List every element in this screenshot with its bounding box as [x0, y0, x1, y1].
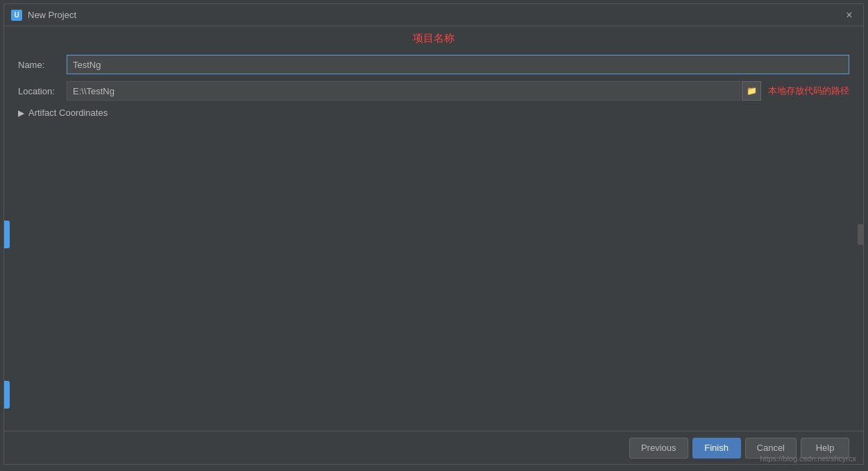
bottom-bar: Previous Finish Cancel Help https://blog…: [4, 431, 863, 464]
location-input-wrapper: 📁 本地存放代码的路径: [67, 81, 849, 101]
content-area: Name: Location: 📁 本地存放代码的路径 ▶ Artifact C…: [4, 48, 863, 431]
annotation-project-name: 项目名称: [4, 26, 863, 48]
left-edge-handle: [4, 221, 10, 248]
close-button[interactable]: ×: [842, 8, 856, 22]
name-row: Name:: [18, 55, 849, 74]
location-row: Location: 📁 本地存放代码的路径: [18, 81, 849, 101]
name-input[interactable]: [67, 55, 849, 74]
previous-button[interactable]: Previous: [629, 438, 688, 459]
dialog-title: New Project: [28, 10, 842, 20]
annotation-location: 本地存放代码的路径: [768, 85, 849, 97]
artifact-toggle[interactable]: ▶: [18, 108, 24, 118]
location-input[interactable]: [67, 81, 740, 101]
browse-button[interactable]: 📁: [742, 81, 761, 101]
location-label: Location:: [18, 86, 67, 96]
dialog-overlay: U New Project × 项目名称 Name: Location: 📁: [0, 0, 868, 471]
name-label: Name:: [18, 60, 67, 70]
finish-button[interactable]: Finish: [692, 438, 741, 459]
artifact-section: ▶ Artifact Coordinates: [18, 108, 849, 118]
title-bar: U New Project ×: [4, 4, 863, 26]
folder-icon: 📁: [747, 86, 757, 96]
right-edge-handle: [858, 224, 863, 245]
artifact-label[interactable]: Artifact Coordinates: [28, 108, 108, 118]
left-edge-handle-bottom: [4, 381, 10, 409]
watermark: https://blog.csdn.net/shcyrcx: [760, 454, 856, 463]
app-icon: U: [11, 10, 22, 21]
new-project-dialog: U New Project × 项目名称 Name: Location: 📁: [3, 3, 864, 465]
